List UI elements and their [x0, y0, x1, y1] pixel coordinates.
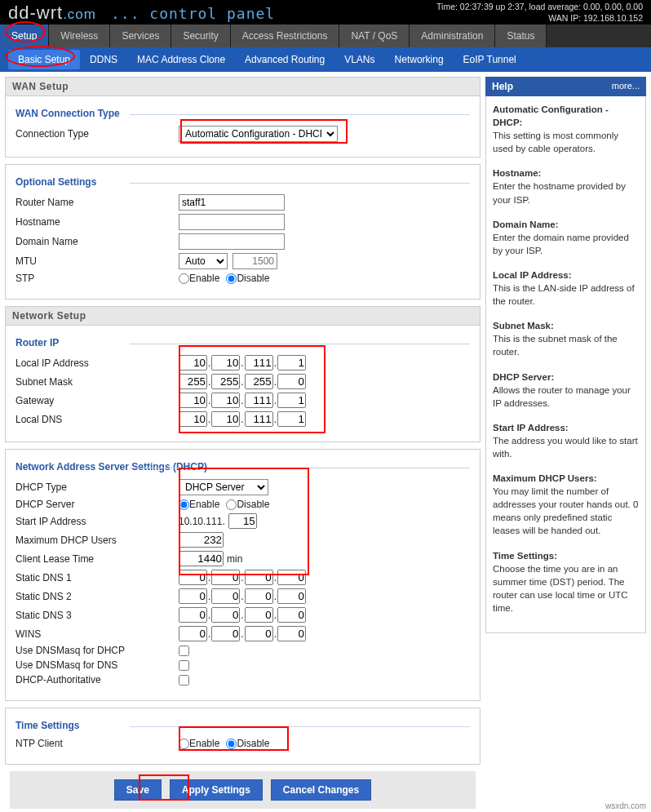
- help-body: Automatic Configuration - DHCP:This sett…: [485, 96, 646, 633]
- button-bar: Save Apply Settings Cancel Changes: [10, 771, 476, 809]
- tab-nat[interactable]: NAT / QoS: [339, 24, 410, 47]
- uptime-text: Time: 02:37:39 up 2:37, load average: 0.…: [436, 2, 643, 13]
- dnsmasq-dns-check[interactable]: [179, 660, 189, 671]
- wins-4[interactable]: [277, 626, 306, 641]
- network-section-title: Network Setup: [5, 306, 480, 326]
- sdns2-3[interactable]: [245, 588, 273, 604]
- subtab-routing[interactable]: Advanced Routing: [235, 50, 334, 69]
- subtab-mac[interactable]: MAC Address Clone: [127, 50, 235, 69]
- mtu-value: [232, 253, 277, 269]
- optional-fieldset: Optional Settings: [16, 176, 470, 188]
- help-more-link[interactable]: more...: [612, 81, 640, 92]
- stp-enable-radio[interactable]: [179, 273, 189, 284]
- lease-label: Client Lease Time: [16, 553, 179, 565]
- wan-fieldset: WAN Connection Type: [16, 108, 470, 119]
- subtab-vlans[interactable]: VLANs: [334, 50, 384, 69]
- gateway-label: Gateway: [16, 395, 179, 406]
- domain-input[interactable]: [179, 233, 285, 250]
- sdns2-label: Static DNS 2: [16, 591, 179, 602]
- highlight-save: [139, 774, 189, 801]
- tab-admin[interactable]: Administration: [410, 24, 495, 47]
- main-tabs: Setup Wireless Services Security Access …: [0, 24, 651, 47]
- ntp-label: NTP Client: [16, 738, 179, 749]
- router-name-input[interactable]: [179, 194, 285, 211]
- mtu-label: MTU: [16, 255, 179, 267]
- tab-access[interactable]: Access Restrictions: [231, 24, 340, 47]
- dnsmasq-dns-label: Use DNSMasq for DNS: [16, 659, 179, 671]
- sub-tabs: Basic Setup DDNS MAC Address Clone Advan…: [0, 47, 651, 72]
- wan-section-title: WAN Setup: [5, 77, 480, 96]
- dhcp-auth-label: DHCP-Authoritative: [16, 674, 179, 686]
- subnet-label: Subnet Mask: [16, 376, 179, 388]
- dhcp-auth-check[interactable]: [179, 675, 189, 686]
- wins-2[interactable]: [211, 626, 240, 641]
- sdns3-2[interactable]: [211, 607, 240, 623]
- highlight-setup-tab: [5, 21, 46, 42]
- subtab-eoip[interactable]: EoIP Tunnel: [454, 50, 526, 69]
- mtu-mode-select[interactable]: Auto: [179, 253, 228, 269]
- sdns3-3[interactable]: [245, 607, 273, 623]
- cancel-button[interactable]: Cancel Changes: [271, 779, 371, 801]
- sdns3-4[interactable]: [277, 607, 306, 623]
- conn-type-label: Connection Type: [16, 128, 179, 140]
- router-name-label: Router Name: [16, 197, 179, 208]
- stp-label: STP: [16, 273, 179, 284]
- dhcp-server-label: DHCP Server: [16, 499, 179, 510]
- watermark: wsxdn.com: [605, 801, 646, 810]
- start-ip-label: Start IP Address: [16, 516, 179, 527]
- sdns2-1[interactable]: [179, 588, 207, 604]
- subtitle: ... control panel: [111, 5, 275, 22]
- tab-services[interactable]: Services: [110, 24, 171, 47]
- tab-security[interactable]: Security: [171, 24, 230, 47]
- dhcp-type-label: DHCP Type: [16, 481, 179, 493]
- tab-status[interactable]: Status: [495, 24, 547, 47]
- help-title: Help: [492, 81, 513, 92]
- local-ip-label: Local IP Address: [16, 357, 179, 369]
- wins-1[interactable]: [179, 626, 207, 641]
- subtab-ddns[interactable]: DDNS: [80, 50, 127, 69]
- header-bar: dd-wrt.com ... control panel Time: 02:37…: [0, 0, 651, 24]
- stp-disable-radio[interactable]: [226, 273, 237, 284]
- hostname-label: Hostname: [16, 216, 179, 228]
- local-dns-label: Local DNS: [16, 414, 179, 425]
- wins-3[interactable]: [245, 626, 273, 641]
- tab-wireless[interactable]: Wireless: [49, 24, 110, 47]
- highlight-routerip: [179, 345, 326, 433]
- highlight-ntp: [179, 726, 289, 751]
- max-users-label: Maximum DHCP Users: [16, 535, 179, 546]
- sdns3-label: Static DNS 3: [16, 610, 179, 621]
- highlight-dhcp: [179, 468, 309, 575]
- subtab-networking[interactable]: Networking: [385, 50, 454, 69]
- domain-label: Domain Name: [16, 236, 179, 247]
- hostname-input[interactable]: [179, 214, 285, 230]
- highlight-basicsetup: [5, 46, 75, 67]
- dnsmasq-dhcp-check[interactable]: [179, 646, 189, 656]
- wan-ip-text: WAN IP: 192.168.10.152: [436, 13, 643, 24]
- wins-label: WINS: [16, 628, 179, 640]
- sdns3-1[interactable]: [179, 607, 207, 623]
- logo: dd-wrt.com: [8, 2, 96, 24]
- header-status: Time: 02:37:39 up 2:37, load average: 0.…: [436, 2, 643, 24]
- highlight-conn-type: [180, 119, 348, 144]
- sdns2-4[interactable]: [277, 588, 306, 604]
- sdns2-2[interactable]: [211, 588, 240, 604]
- help-header: Help more...: [485, 77, 646, 96]
- dnsmasq-dhcp-label: Use DNSMasq for DHCP: [16, 645, 179, 656]
- sdns1-label: Static DNS 1: [16, 572, 179, 583]
